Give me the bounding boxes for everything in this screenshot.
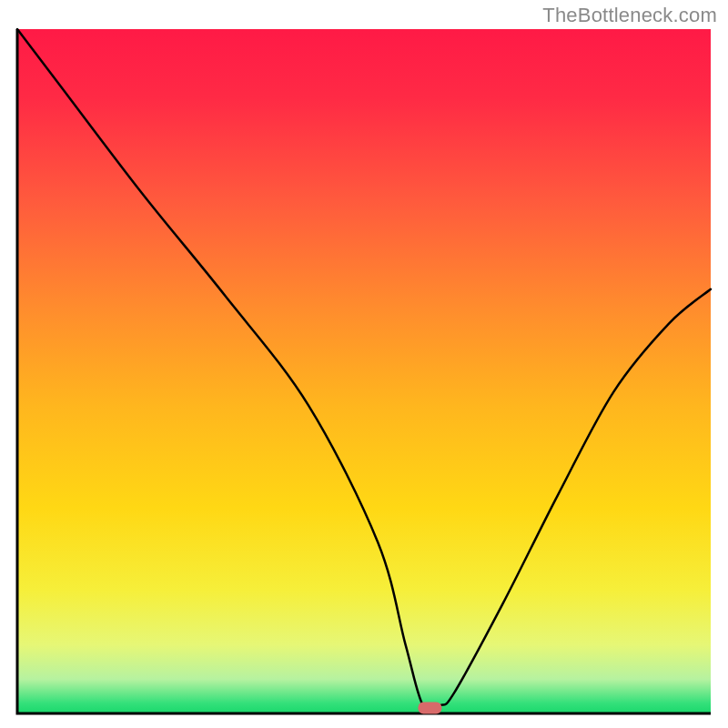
plot-background (17, 29, 711, 713)
chart-container: TheBottleneck.com (0, 0, 728, 728)
optimum-marker (418, 702, 441, 713)
bottleneck-chart (0, 0, 728, 728)
